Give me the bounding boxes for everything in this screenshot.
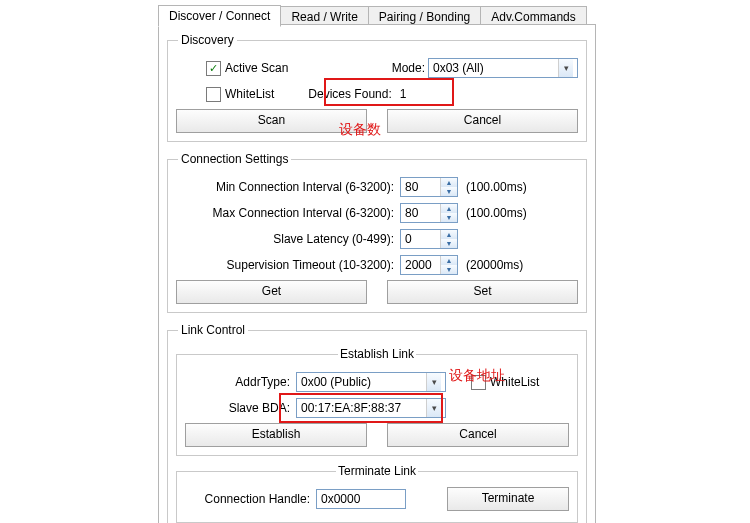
link-control-legend: Link Control <box>178 323 248 337</box>
slave-latency-spinner[interactable]: 0 ▲▼ <box>400 229 458 249</box>
establish-link-group: Establish Link AddrType: 0x00 (Public) ▾… <box>176 347 578 456</box>
connection-settings-group: Connection Settings Min Connection Inter… <box>167 152 587 313</box>
connection-settings-legend: Connection Settings <box>178 152 291 166</box>
mode-combo[interactable]: 0x03 (All) ▾ <box>428 58 578 78</box>
terminate-button[interactable]: Terminate <box>447 487 569 511</box>
discovery-cancel-button[interactable]: Cancel <box>387 109 578 133</box>
conn-handle-label: Connection Handle: <box>185 492 316 506</box>
whitelist-label: WhiteList <box>225 87 274 101</box>
addr-type-combo[interactable]: 0x00 (Public) ▾ <box>296 372 446 392</box>
link-cancel-button[interactable]: Cancel <box>387 423 569 447</box>
spinner-up-icon[interactable]: ▲ <box>441 178 457 187</box>
slave-bda-combo[interactable]: 00:17:EA:8F:88:37 ▾ <box>296 398 446 418</box>
spinner-up-icon[interactable]: ▲ <box>441 256 457 265</box>
max-conn-label: Max Connection Interval (6-3200): <box>176 206 400 220</box>
addr-type-label: AddrType: <box>185 375 296 389</box>
chevron-down-icon: ▾ <box>426 399 441 417</box>
slave-latency-value: 0 <box>401 232 440 246</box>
set-button[interactable]: Set <box>387 280 578 304</box>
mode-value: 0x03 (All) <box>433 61 484 75</box>
slave-bda-value: 00:17:EA:8F:88:37 <box>301 401 401 415</box>
terminate-link-group: Terminate Link Connection Handle: 0x0000… <box>176 464 578 523</box>
spinner-down-icon[interactable]: ▼ <box>441 265 457 274</box>
min-conn-hint: (100.00ms) <box>466 180 527 194</box>
link-control-group: Link Control Establish Link AddrType: 0x… <box>167 323 587 523</box>
min-conn-value: 80 <box>401 180 440 194</box>
discovery-legend: Discovery <box>178 33 237 47</box>
sup-timeout-label: Supervision Timeout (10-3200): <box>176 258 400 272</box>
slave-latency-label: Slave Latency (0-499): <box>176 232 400 246</box>
addr-type-value: 0x00 (Public) <box>301 375 371 389</box>
max-conn-value: 80 <box>401 206 440 220</box>
scan-button[interactable]: Scan <box>176 109 367 133</box>
spinner-down-icon[interactable]: ▼ <box>441 239 457 248</box>
devices-found-value: 1 <box>400 87 407 101</box>
tab-discover-connect[interactable]: Discover / Connect <box>158 5 281 27</box>
establish-button[interactable]: Establish <box>185 423 367 447</box>
link-whitelist-label: WhiteList <box>490 375 539 389</box>
devices-found-label: Devices Found: <box>308 87 391 101</box>
min-conn-spinner[interactable]: 80 ▲▼ <box>400 177 458 197</box>
slave-bda-label: Slave BDA: <box>185 401 296 415</box>
max-conn-spinner[interactable]: 80 ▲▼ <box>400 203 458 223</box>
spinner-up-icon[interactable]: ▲ <box>441 230 457 239</box>
sup-timeout-value: 2000 <box>401 258 440 272</box>
active-scan-label: Active Scan <box>225 61 288 75</box>
link-whitelist-checkbox[interactable] <box>471 375 486 390</box>
sup-timeout-spinner[interactable]: 2000 ▲▼ <box>400 255 458 275</box>
conn-handle-value: 0x0000 <box>321 492 360 506</box>
terminate-link-legend: Terminate Link <box>336 464 418 478</box>
conn-handle-input[interactable]: 0x0000 <box>316 489 406 509</box>
spinner-up-icon[interactable]: ▲ <box>441 204 457 213</box>
sup-timeout-hint: (20000ms) <box>466 258 523 272</box>
mode-label: Mode: <box>392 61 425 75</box>
discovery-group: Discovery ✓ Active Scan Mode: 0x03 (All)… <box>167 33 587 142</box>
tab-panel: Discovery ✓ Active Scan Mode: 0x03 (All)… <box>158 24 596 523</box>
spinner-down-icon[interactable]: ▼ <box>441 213 457 222</box>
establish-link-legend: Establish Link <box>338 347 416 361</box>
max-conn-hint: (100.00ms) <box>466 206 527 220</box>
get-button[interactable]: Get <box>176 280 367 304</box>
chevron-down-icon: ▾ <box>558 59 573 77</box>
active-scan-checkbox[interactable]: ✓ <box>206 61 221 76</box>
spinner-down-icon[interactable]: ▼ <box>441 187 457 196</box>
chevron-down-icon: ▾ <box>426 373 441 391</box>
whitelist-checkbox[interactable] <box>206 87 221 102</box>
min-conn-label: Min Connection Interval (6-3200): <box>176 180 400 194</box>
